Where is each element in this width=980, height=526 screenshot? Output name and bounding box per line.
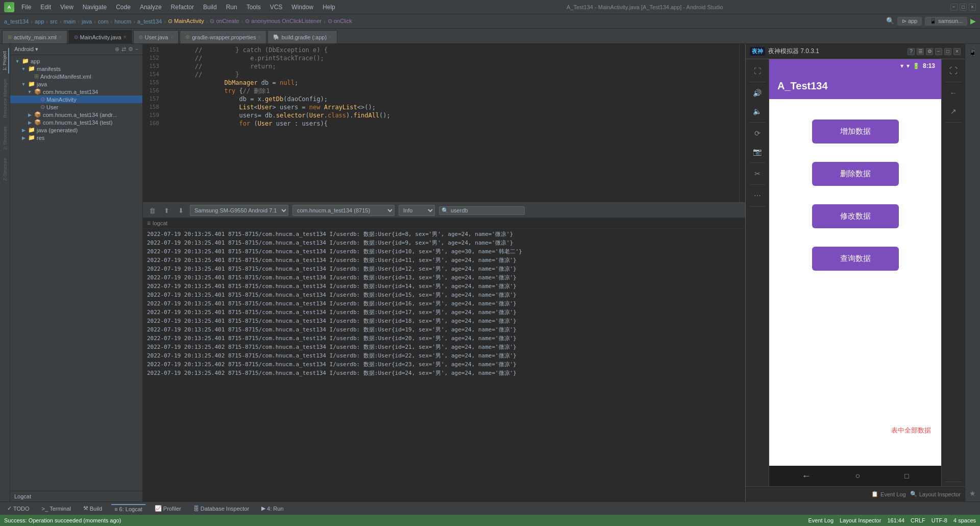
tool-tab-project[interactable]: 1: Project — [1, 48, 9, 74]
emu-ctrl-volume-up[interactable]: 🔊 — [750, 85, 765, 101]
breadcrumb-java[interactable]: java — [82, 18, 92, 25]
device-selector[interactable]: 📱 samsun... — [925, 17, 967, 26]
breadcrumb-com[interactable]: com — [98, 18, 109, 25]
bottom-tab-todo[interactable]: ✓ TODO — [4, 504, 33, 513]
logcat-log-content[interactable]: 2022-07-19 20:13:25.401 8715-8715/com.hn… — [143, 229, 745, 501]
logcat-package-selector[interactable]: com.hnucm.a_test134 (8715) — [292, 205, 395, 216]
bottom-tab-profiler[interactable]: 📈 Profiler — [152, 504, 184, 513]
breadcrumb-listener[interactable]: ⊙ anonymous OnClickListener — [245, 18, 322, 25]
breadcrumb-onclick[interactable]: ⊙ onClick — [328, 18, 352, 25]
search-everywhere-icon[interactable]: 🔍 — [886, 17, 894, 26]
emu-ctrl-more[interactable]: ⋯ — [750, 188, 765, 203]
tree-item-androidmanifest[interactable]: ⊞ AndroidManifest.xml — [10, 73, 142, 80]
status-event-log[interactable]: Event Log — [808, 517, 834, 523]
emulator-close-btn[interactable]: × — [953, 48, 961, 55]
project-sync-icon[interactable]: ⇄ — [121, 46, 126, 53]
status-charset[interactable]: UTF-8 — [932, 517, 947, 523]
logcat-clear-button[interactable]: 🗑 — [147, 207, 157, 214]
emulator-minimize-btn[interactable]: − — [935, 48, 942, 55]
tree-item-java-folder[interactable]: ▼ 📁 java — [10, 80, 142, 88]
tool-tab-z-structure[interactable]: Z-Structure — [1, 155, 9, 184]
menu-vcs[interactable]: VCS — [266, 3, 287, 12]
emu-ctrl-expand[interactable]: ⛶ — [946, 63, 961, 79]
tab-gradle-wrapper[interactable]: ⚙ gradle-wrapper.properties × — [180, 30, 266, 43]
breadcrumb-oncreate[interactable]: ⊙ onCreate — [210, 18, 239, 25]
android-nav-home[interactable]: ○ — [855, 471, 860, 481]
emu-ctrl-fullscreen[interactable]: ⛶ — [750, 63, 765, 79]
android-nav-recents[interactable]: □ — [904, 472, 909, 480]
project-settings-icon[interactable]: ⚙ — [128, 46, 133, 53]
emu-ctrl-external[interactable]: ↗ — [946, 104, 961, 119]
bottom-tab-run[interactable]: ▶ 4: Run — [258, 504, 286, 513]
tree-item-mainactivity[interactable]: ⊙ MainActivity — [10, 95, 142, 103]
menu-window[interactable]: Window — [287, 3, 317, 12]
tree-item-java-generated[interactable]: ▶ 📁 java (generated) — [10, 126, 142, 134]
bottom-tab-db-inspector[interactable]: 🗄 Database Inspector — [190, 505, 252, 513]
android-btn-modify[interactable]: 修改数据 — [812, 204, 899, 228]
menu-navigate[interactable]: Navigate — [79, 3, 111, 12]
project-collapse-icon[interactable]: − — [135, 46, 138, 53]
tab-activity-main-xml[interactable]: ⊞ activity_main.xml × — [2, 30, 67, 43]
tab-close-activity-main[interactable]: × — [59, 34, 62, 40]
emu-bottom-notifications[interactable]: 📋 Event Log — [871, 491, 906, 497]
breadcrumb-project[interactable]: a_test134 — [4, 18, 29, 25]
breadcrumb-mainactivity[interactable]: ⊙ MainActivity — [168, 18, 204, 25]
menu-edit[interactable]: Edit — [36, 3, 55, 12]
emu-ctrl-volume-down[interactable]: 🔈 — [750, 104, 765, 119]
logcat-level-selector[interactable]: Info Verbose Debug Warn Error — [399, 205, 435, 216]
emulator-help-btn[interactable]: ? — [908, 48, 915, 55]
breadcrumb-atest134[interactable]: a_test134 — [137, 18, 162, 25]
android-btn-query[interactable]: 查询数据 — [812, 247, 899, 271]
tree-item-package-android[interactable]: ▶ 📦 com.hnucm.a_test134 (andr... — [10, 111, 142, 118]
status-indent[interactable]: 4 spaces — [953, 517, 976, 523]
bottom-tab-terminal[interactable]: >_ Terminal — [39, 505, 74, 513]
close-button[interactable]: × — [969, 4, 976, 11]
tool-tab-resource-manager[interactable]: Resource Manager — [1, 76, 9, 121]
emulator-restore-btn[interactable]: □ — [944, 48, 951, 55]
tab-close-build-gradle[interactable]: × — [329, 34, 332, 40]
tree-item-user[interactable]: ⊙ User — [10, 103, 142, 111]
project-add-icon[interactable]: ⊕ — [115, 46, 119, 53]
breadcrumb-hnucm[interactable]: hnucm — [114, 18, 131, 25]
emulator-menu-btn[interactable]: ☰ — [917, 48, 924, 55]
tab-close-gradle-wrapper[interactable]: × — [258, 34, 261, 40]
logcat-scroll-top-button[interactable]: ⬆ — [161, 207, 172, 214]
tab-user-java[interactable]: ⊙ User.java × — [133, 30, 179, 43]
status-layout-inspector[interactable]: Layout Inspector — [840, 517, 881, 523]
logcat-search-input[interactable] — [451, 207, 522, 213]
menu-refactor[interactable]: Refactor — [167, 3, 198, 12]
emulator-settings-btn[interactable]: ⚙ — [926, 48, 933, 55]
tab-close-user[interactable]: × — [170, 34, 173, 40]
menu-view[interactable]: View — [56, 3, 78, 12]
menu-file[interactable]: File — [17, 3, 35, 12]
tree-item-package-test[interactable]: ▶ 📦 com.hnucm.a_test134 (test) — [10, 118, 142, 126]
tab-build-gradle[interactable]: 🐘 build.gradle (:app) × — [267, 30, 337, 43]
logcat-device-selector[interactable]: Samsung SM-G9550 Android 7.1 — [190, 205, 288, 216]
android-btn-delete[interactable]: 删除数据 — [812, 162, 899, 186]
android-nav-back[interactable]: ← — [801, 471, 811, 482]
menu-code[interactable]: Code — [112, 3, 135, 12]
right-tool-favorites[interactable]: ★ — [967, 487, 979, 499]
maximize-button[interactable]: □ — [960, 4, 967, 11]
right-tool-emulator[interactable]: 📱 — [967, 46, 979, 58]
tab-mainactivity-java[interactable]: ⊙ MainActivity.java × — [68, 30, 132, 43]
menu-run[interactable]: Run — [222, 3, 241, 12]
breadcrumb-app[interactable]: app — [35, 18, 44, 25]
tab-close-mainactivity[interactable]: × — [124, 34, 127, 40]
run-config-selector[interactable]: ⊳ app — [897, 17, 922, 26]
code-editor[interactable]: 151 // } catch (DbException e) { 152 // … — [143, 44, 739, 202]
emu-bottom-layout[interactable]: 🔍 Layout Inspector — [910, 491, 961, 497]
android-btn-add[interactable]: 增加数据 — [812, 119, 899, 144]
emu-ctrl-screenshot[interactable]: 📷 — [750, 144, 765, 159]
bottom-tab-build[interactable]: ⚒ Build — [80, 504, 105, 513]
status-crlf[interactable]: CRLF — [911, 517, 925, 523]
emu-ctrl-rotate[interactable]: ⟳ — [750, 126, 765, 141]
run-button[interactable]: ▶ — [970, 17, 976, 26]
menu-help[interactable]: Help — [318, 3, 339, 12]
tree-item-res[interactable]: ▶ 📁 res — [10, 134, 142, 141]
minimize-button[interactable]: − — [950, 4, 958, 11]
emu-ctrl-back[interactable]: ← — [946, 85, 961, 101]
emu-ctrl-cut[interactable]: ✂ — [750, 166, 765, 181]
breadcrumb-src[interactable]: src — [50, 18, 58, 25]
tree-item-package-main[interactable]: ▼ 📦 com.hnucm.a_test134 — [10, 88, 142, 95]
